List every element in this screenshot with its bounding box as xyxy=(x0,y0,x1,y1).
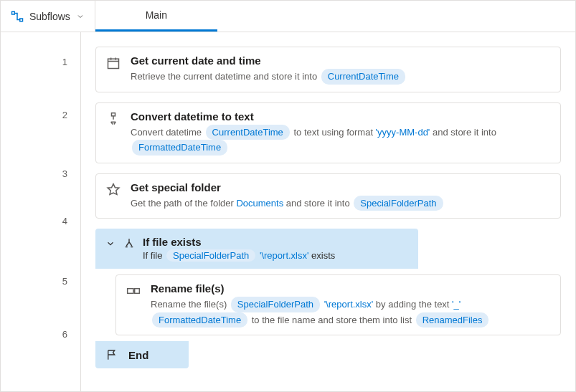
action-if-file-exists[interactable]: If file exists If file SpecialFolderPath… xyxy=(95,229,418,269)
line-number: 1 xyxy=(1,45,80,92)
action-description: Retrieve the current datetime and store … xyxy=(131,69,550,85)
subflows-label: Subflows xyxy=(29,11,70,22)
flow-icon xyxy=(11,10,24,23)
action-convert-datetime[interactable]: Convert datetime to text Convert datetim… xyxy=(95,102,561,163)
svg-rect-2 xyxy=(108,59,119,68)
action-title: Get current date and time xyxy=(131,54,550,67)
branch-icon xyxy=(123,237,136,250)
svg-rect-1 xyxy=(20,19,23,21)
action-title: Convert datetime to text xyxy=(131,110,550,123)
line-number: 2 xyxy=(1,92,80,157)
line-number: 4 xyxy=(1,204,80,250)
action-description: If file SpecialFolderPath '\report.xlsx'… xyxy=(143,249,408,262)
variable-pill[interactable]: RenamedFiles xyxy=(416,312,489,328)
action-rename-files[interactable]: Rename file(s) Rename the file(s) Specia… xyxy=(115,274,561,335)
svg-rect-3 xyxy=(112,113,115,115)
line-gutter: 1 2 3 4 5 6 xyxy=(1,32,81,391)
star-icon xyxy=(106,183,121,197)
tab-main-label: Main xyxy=(146,9,167,21)
rename-icon xyxy=(126,284,141,298)
variable-pill[interactable]: FormattedDateTime xyxy=(152,312,247,328)
subflows-dropdown[interactable]: Subflows xyxy=(1,1,95,32)
flow-canvas: Get current date and time Retrieve the c… xyxy=(81,32,575,391)
format-literal: 'yyyy-MM-dd' xyxy=(376,127,430,138)
variable-pill[interactable]: CurrentDateTime xyxy=(321,69,405,85)
action-title: Get special folder xyxy=(131,181,550,193)
action-title: Rename file(s) xyxy=(151,282,550,295)
action-get-special-folder[interactable]: Get special folder Get the path of the f… xyxy=(95,173,561,219)
if-block: If file exists If file SpecialFolderPath… xyxy=(95,229,561,368)
variable-pill[interactable]: SpecialFolderPath xyxy=(166,249,255,262)
path-literal: '\report.xlsx' xyxy=(324,299,374,310)
text-literal: '_' xyxy=(452,299,461,310)
variable-pill[interactable]: SpecialFolderPath xyxy=(354,196,443,211)
line-number: 3 xyxy=(1,157,80,204)
variable-pill[interactable]: FormattedDateTime xyxy=(132,140,227,156)
variable-pill[interactable]: SpecialFolderPath xyxy=(231,297,320,312)
action-title: If file exists xyxy=(143,236,408,248)
action-get-datetime[interactable]: Get current date and time Retrieve the c… xyxy=(95,47,561,92)
action-end[interactable]: End xyxy=(95,341,189,368)
path-literal: '\report.xlsx' xyxy=(260,250,309,261)
action-description: Rename the file(s) SpecialFolderPath '\r… xyxy=(151,297,550,328)
variable-pill[interactable]: CurrentDateTime xyxy=(206,125,290,140)
action-title: End xyxy=(128,349,148,361)
line-number: 6 xyxy=(1,320,80,355)
svg-rect-5 xyxy=(135,289,140,294)
collapse-chevron-icon[interactable] xyxy=(105,239,115,249)
chevron-down-icon xyxy=(76,12,85,21)
line-number: 5 xyxy=(1,250,80,320)
tab-main[interactable]: Main xyxy=(95,1,217,32)
action-description: Convert datetime CurrentDateTime to text… xyxy=(131,125,550,156)
action-description: Get the path of the folder Documents and… xyxy=(131,196,550,211)
svg-rect-0 xyxy=(12,11,15,14)
calendar-icon xyxy=(106,56,121,70)
flag-icon xyxy=(105,348,118,361)
svg-rect-4 xyxy=(128,289,133,294)
folder-link[interactable]: Documents xyxy=(236,198,283,209)
convert-icon xyxy=(106,112,121,126)
